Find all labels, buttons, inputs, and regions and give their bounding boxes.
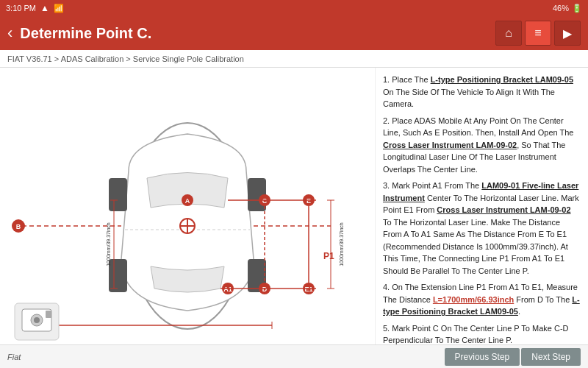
signal-icon: 📶 [54, 4, 64, 13]
page-title: Determine Point C. [20, 25, 151, 42]
svg-text:C: C [262, 197, 268, 205]
footer: Fiat Previous Step Next Step [0, 344, 588, 368]
instructions-panel: 1. Place The L-type Positioning Bracket … [375, 68, 588, 344]
next-step-button[interactable]: Next Step [521, 348, 581, 366]
step-3-text: 3. Mark Point A1 From The LAM09-01 Five-… [383, 181, 579, 275]
adas-button[interactable]: ≡ [525, 21, 551, 46]
breadcrumb-text: FIAT V36.71 > ADAS Calibration > Service… [7, 54, 244, 63]
step-4-text: 4. On The Extension Line P1 From A1 To E… [383, 283, 580, 316]
step-2: 2. Place ADAS Mobile At Any Point On The… [383, 115, 581, 176]
svg-text:A1: A1 [223, 286, 232, 293]
main-content: A B C E A1 D [0, 68, 588, 344]
step-1-text: 1. Place The L-type Positioning Bracket … [383, 75, 573, 108]
breadcrumb: FIAT V36.71 > ADAS Calibration > Service… [0, 50, 588, 68]
navigation-buttons: Previous Step Next Step [445, 348, 581, 366]
svg-point-47 [34, 317, 40, 323]
step-4: 4. On The Extension Line P1 From A1 To E… [383, 281, 581, 318]
diagram-area: A B C E A1 D [0, 68, 375, 344]
previous-step-button[interactable]: Previous Step [445, 348, 520, 366]
home-button[interactable]: ⌂ [495, 21, 522, 46]
svg-text:D: D [262, 286, 268, 293]
step-5-text: 5. Mark Point C On The Center Line P To … [383, 324, 569, 345]
wifi-icon: ▲ [40, 3, 49, 13]
svg-text:A: A [185, 197, 190, 205]
svg-text:E: E [306, 197, 311, 205]
svg-text:E1: E1 [304, 286, 312, 293]
brand-label: Fiat [7, 353, 21, 361]
status-bar-right: 46% 🔋 [553, 4, 582, 13]
svg-rect-48 [46, 311, 51, 318]
svg-text:B: B [16, 223, 21, 230]
svg-text:1000mm/39.37inch: 1000mm/39.37inch [339, 222, 344, 266]
battery-icon: 🔋 [572, 4, 582, 13]
step-3: 3. Mark Point A1 From The LAM09-01 Five-… [383, 180, 581, 277]
export-button[interactable]: ▶ [554, 21, 581, 46]
status-bar: 3:10 PM ▲ 📶 46% 🔋 [0, 0, 588, 16]
battery-display: 46% [553, 4, 569, 13]
step-1: 1. Place The L-type Positioning Bracket … [383, 74, 581, 110]
step-5: 5. Mark Point C On The Center Line P To … [383, 322, 581, 345]
step-2-text: 2. Place ADAS Mobile At Any Point On The… [383, 116, 573, 174]
time-display: 3:10 PM [6, 4, 36, 13]
svg-text:1000mm/39.37inch: 1000mm/39.37inch [106, 222, 111, 266]
svg-rect-2 [109, 178, 127, 211]
status-bar-left: 3:10 PM ▲ 📶 [6, 3, 64, 13]
back-button[interactable]: ‹ [7, 24, 12, 43]
svg-text:P1: P1 [323, 251, 334, 261]
header: ‹ Determine Point C. ⌂ ≡ ▶ [0, 16, 588, 50]
svg-rect-4 [109, 259, 127, 292]
header-left: ‹ Determine Point C. [7, 24, 151, 43]
header-nav-icons: ⌂ ≡ ▶ [495, 21, 581, 46]
